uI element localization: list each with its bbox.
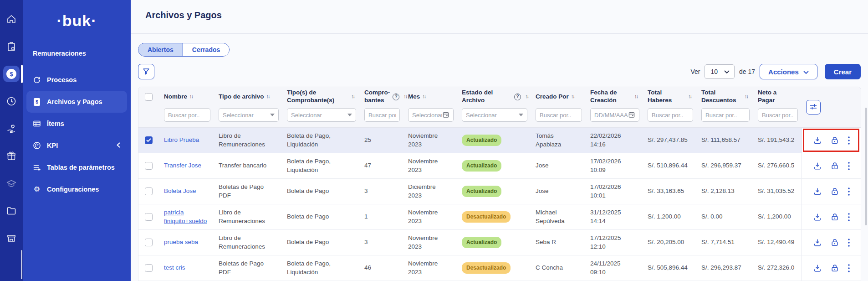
tab-abiertos[interactable]: Abiertos [138,43,183,56]
filter-nombre-input[interactable] [164,108,210,122]
row-checkbox[interactable] [145,162,153,170]
acciones-button[interactable]: Acciones [760,64,817,79]
sort-icon[interactable]: ↑↓ [525,94,528,100]
download-button[interactable] [813,264,822,273]
sort-icon[interactable]: ↑↓ [745,94,748,100]
sidebar-item-tablas-de-parametros[interactable]: Tablas de parámetros [23,156,131,178]
file-name-link[interactable]: Boleta Jose [164,187,196,195]
marketplace-store-icon[interactable] [0,230,23,246]
row-checkbox[interactable] [145,264,153,272]
select-all-checkbox[interactable] [145,93,153,101]
filter-button[interactable] [138,64,154,79]
sort-icon[interactable]: ↑↓ [688,94,691,100]
gifts-icon[interactable] [0,148,23,164]
sidebar-item-archivos-y-pagos[interactable]: $ Archivos y Pagos [26,91,127,113]
file-name-link[interactable]: patricia finiquito+sueldo [164,208,208,225]
column-header-total-haberes: Total Haberes [648,89,686,104]
time-clock-icon[interactable] [0,93,23,109]
kebab-menu-button[interactable] [848,264,850,273]
sort-icon[interactable]: ↑↓ [422,94,425,100]
chevron-down-icon [803,68,809,76]
buk-logo: ·buk· [23,12,131,30]
crear-button[interactable]: Crear [825,64,861,79]
total-descuentos-cell: S/. 111,658.57 [697,128,753,153]
file-name-link[interactable]: prueba seba [164,238,198,246]
row-checkbox[interactable] [145,213,153,221]
sidebar-item-label: Configuraciones [47,186,99,193]
kebab-menu-button[interactable] [848,161,850,171]
file-name-link[interactable]: Transfer Jose [164,161,201,170]
created-at-cell: 24/11/2025 09:10 [586,255,643,281]
benefits-hand-heart-icon[interactable] [0,120,23,137]
download-button[interactable] [813,161,822,171]
filter-creado-por-input[interactable] [536,108,582,122]
sidebar-item-label: Ítems [47,120,64,127]
column-header-total-descuentos: Total Descuentos [701,89,742,104]
filter-comprobantes-input[interactable] [364,108,400,122]
column-settings-button[interactable] [806,100,821,114]
row-actions [802,204,861,229]
lock-button[interactable] [830,187,839,196]
chevron-down-icon [724,68,730,75]
tasks-clipboard-icon[interactable] [0,38,23,55]
rail-scrollbar[interactable] [21,250,22,279]
download-button[interactable] [813,213,822,222]
month-cell: Noviembre 2023 [403,153,457,178]
training-cap-icon[interactable] [0,175,23,192]
sort-icon[interactable]: ↑↓ [571,94,574,100]
sidebar-item-kpi[interactable]: KPI [23,135,131,156]
neto-cell: S/. 276,660.5 [753,153,802,178]
file-name-link[interactable]: Libro Prueba [164,136,199,144]
page-size-select[interactable]: 10 [705,64,735,79]
home-icon[interactable] [0,11,23,27]
filter-total-haberes-input[interactable] [648,108,693,122]
total-descuentos-cell: S/. 2,128.13 [697,179,753,204]
sort-icon[interactable]: ↑↓ [634,94,638,100]
tab-cerrados[interactable]: Cerrados [183,43,229,56]
row-actions [802,255,861,281]
row-checkbox[interactable] [145,187,153,195]
help-icon[interactable]: ? [393,94,399,100]
sidebar-item-items[interactable]: Ítems [23,113,131,135]
download-button[interactable] [813,187,822,196]
chevron-left-icon[interactable] [116,142,121,149]
download-button[interactable] [813,238,822,247]
page-scrollbar[interactable] [865,108,867,225]
download-button[interactable] [813,136,822,145]
lock-button[interactable] [830,238,839,247]
help-icon[interactable]: ? [514,94,521,100]
filter-neto-input[interactable] [758,108,798,122]
filter-tipos-comprobante-select[interactable]: Seleccionar [287,108,356,122]
row-checkbox[interactable] [145,239,153,246]
filter-total-descuentos-input[interactable] [701,108,750,122]
row-checkbox[interactable] [145,136,153,144]
table-row: patricia finiquito+sueldo Libro de Remun… [138,204,861,230]
kebab-menu-button[interactable] [848,238,850,247]
kebab-menu-button[interactable] [848,187,850,196]
filter-fecha-datepicker[interactable]: DD/MM/AAAA [590,108,639,122]
total-descuentos-cell: S/. 296,959.37 [697,153,753,178]
sort-icon[interactable]: ↑↓ [351,94,354,100]
lock-button[interactable] [830,213,839,222]
filter-estado-select[interactable]: Seleccionar [462,108,527,122]
sidebar-item-configuraciones[interactable]: ⚙ Configuraciones [23,178,131,200]
table-grid-icon [33,120,41,128]
lock-button[interactable] [830,264,839,273]
filter-mes-datepicker[interactable]: Seleccionar [408,108,454,122]
lock-button[interactable] [830,136,839,145]
kebab-menu-button[interactable] [848,213,850,222]
payroll-document-icon: $ [33,98,41,106]
payroll-dollar-icon[interactable]: $ [0,66,23,82]
sort-icon[interactable]: ↑↓ [189,94,193,100]
calendar-icon [628,111,635,120]
kebab-menu-button[interactable] [848,136,850,145]
column-header-mes: Mes [408,93,420,101]
files-folder-icon[interactable] [0,203,23,219]
sidebar-item-procesos[interactable]: Procesos [23,69,131,91]
lock-button[interactable] [830,161,839,171]
file-name-link[interactable]: test cris [164,264,185,272]
filter-tipo-archivo-select[interactable]: Seleccionar [219,108,279,122]
voucher-types-cell: Boleta de Pago, Liquidación [282,153,360,178]
sort-icon[interactable]: ↑↓ [266,94,270,100]
table-header: Nombre↑↓ Tipo de archivo↑↓ Tipo(s) de Co… [138,87,861,128]
